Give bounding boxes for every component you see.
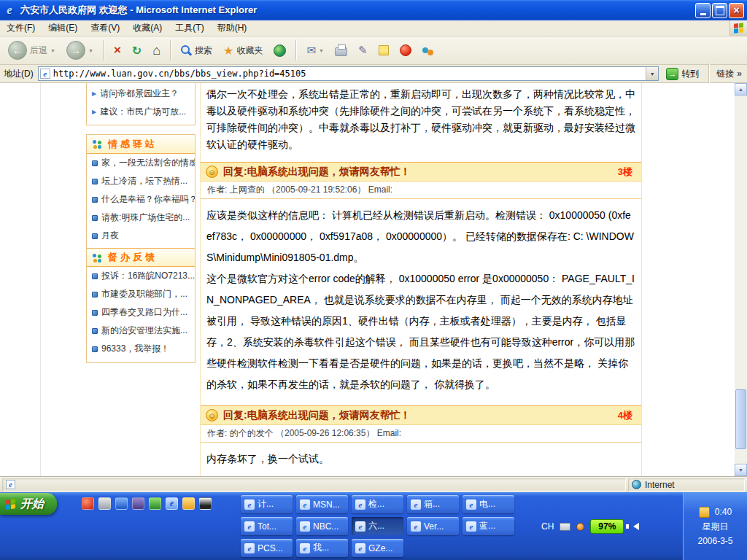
menu-help[interactable]: 帮助(H) xyxy=(211,20,254,36)
chevron-right-icon xyxy=(737,69,742,79)
section-header-emotion[interactable]: 情感驿站 xyxy=(87,135,195,154)
back-button[interactable]: 后退 ▼ xyxy=(4,39,59,61)
ime-indicator[interactable]: CH xyxy=(541,521,554,532)
scroll-up-button[interactable] xyxy=(735,83,747,96)
sidebar-link[interactable]: 请教:明珠广场住宅的... xyxy=(87,209,195,227)
quick-launch-ie-icon[interactable]: e xyxy=(166,497,178,510)
taskbar-button[interactable]: e电... xyxy=(462,495,514,513)
history-globe-icon xyxy=(274,44,286,57)
taskbar-button[interactable]: e计... xyxy=(241,495,293,513)
floor-badge: 4楼 xyxy=(618,409,636,422)
sidebar-link[interactable]: 什么是幸福？你幸福吗？ xyxy=(87,190,195,209)
sidebar-link[interactable]: 四季春交叉路口为什... xyxy=(87,303,195,322)
quick-launch-icon[interactable] xyxy=(149,497,161,510)
start-button[interactable]: 开始 xyxy=(0,493,57,515)
taskbar-button[interactable]: eVer... xyxy=(407,517,459,535)
quick-launch-icon[interactable] xyxy=(132,497,144,510)
print-button[interactable] xyxy=(331,43,351,58)
taskbar-button[interactable]: ePCS... xyxy=(241,539,293,557)
vertical-scrollbar[interactable] xyxy=(735,83,747,476)
quick-launch-icon[interactable] xyxy=(98,497,111,510)
sidebar-link[interactable]: 坛上冷清，坛下热情... xyxy=(87,172,195,190)
taskbar-button-label: 蓝... xyxy=(479,520,495,532)
sidebar-link[interactable]: 建议：市民广场可放... xyxy=(87,103,195,121)
square-bullet-icon xyxy=(92,160,98,166)
go-arrow-icon xyxy=(666,68,678,80)
reply-title: 回复:电脑系统出现问题，烦请网友帮忙！ xyxy=(223,409,411,422)
scrollbar-thumb[interactable] xyxy=(735,389,746,449)
scroll-down-button[interactable] xyxy=(735,464,747,476)
sidebar-link[interactable]: 市建委及职能部门，... xyxy=(87,285,195,303)
menu-favorites[interactable]: 收藏(A) xyxy=(126,20,169,36)
taskbar-button-active[interactable]: e六... xyxy=(352,517,403,535)
keyboard-icon[interactable] xyxy=(560,523,570,531)
window-icon: e xyxy=(411,499,421,510)
internet-zone-globe-icon xyxy=(632,480,641,489)
menu-edit[interactable]: 编辑(E) xyxy=(42,20,84,36)
quick-launch-icon[interactable] xyxy=(182,497,195,510)
taskbar-button[interactable]: eMSN... xyxy=(296,495,348,513)
toolbar-separator xyxy=(295,40,297,61)
stop-button[interactable] xyxy=(110,42,125,59)
tray-app-icon[interactable] xyxy=(576,523,584,531)
taskbar-clock[interactable]: 0:40 星期日 2006-3-5 xyxy=(683,492,747,560)
taskbar-button[interactable]: eTot... xyxy=(241,517,293,535)
forum-thread: 偶尔一次不处理会，系统出错是正常的，重新启动即可，出现次数多了，两种情况比较常见… xyxy=(200,83,642,481)
speaker-icon[interactable] xyxy=(630,523,639,530)
close-button[interactable] xyxy=(729,3,744,18)
search-button[interactable]: 搜索 xyxy=(177,43,216,58)
quick-launch-icon[interactable] xyxy=(115,497,128,510)
maximize-button[interactable] xyxy=(712,3,727,18)
square-bullet-icon xyxy=(92,292,98,298)
taskbar-button-label: 电... xyxy=(479,498,495,510)
sidebar-link[interactable]: 家，一段无法割舍的情感 xyxy=(87,154,195,172)
forward-dropdown-icon: ▼ xyxy=(88,48,93,53)
menu-view[interactable]: 查看(V) xyxy=(84,20,126,36)
address-dropdown-button[interactable] xyxy=(646,67,658,80)
quick-launch-icon[interactable] xyxy=(199,497,212,510)
sidebar-link-label: 建议：市民广场可放... xyxy=(100,106,186,118)
taskbar-button[interactable]: eNBC... xyxy=(296,517,348,535)
quick-launch-icon[interactable] xyxy=(82,497,94,510)
taskbar: 开始 e e计... eMSN... e检... e箱... e电... eTo… xyxy=(0,492,747,560)
taskbar-button[interactable]: e检... xyxy=(352,495,403,513)
sidebar-link[interactable]: 投诉：16路皖NO7213... xyxy=(87,267,195,285)
msn-button[interactable] xyxy=(419,43,438,58)
sidebar-link[interactable]: 新的治安管理法实施... xyxy=(87,322,195,340)
sidebar-link-label: 家，一段无法割舍的情感 xyxy=(101,157,195,169)
back-dropdown-icon: ▼ xyxy=(50,48,55,53)
window-icon: e xyxy=(300,521,310,532)
toolbar-separator xyxy=(170,40,171,61)
messenger-button[interactable] xyxy=(396,43,415,58)
taskbar-button[interactable]: e我... xyxy=(296,539,348,557)
sidebar-link[interactable]: 96333，我举报！ xyxy=(87,340,195,358)
links-button[interactable]: 链接 xyxy=(716,68,743,80)
section-header-feedback[interactable]: 督办反馈 xyxy=(87,248,195,267)
taskbar-button-label: MSN... xyxy=(313,499,340,510)
history-button[interactable] xyxy=(270,43,290,58)
sidebar-link[interactable]: 月夜 xyxy=(87,227,195,245)
taskbar-button[interactable]: eGZe... xyxy=(352,539,403,557)
discuss-note-icon xyxy=(379,45,389,55)
floor-badge: 3楼 xyxy=(618,166,636,179)
window-icon: e xyxy=(300,543,310,553)
taskbar-button[interactable]: e箱... xyxy=(407,495,459,513)
window-icon: e xyxy=(300,499,310,510)
minimize-button[interactable] xyxy=(695,3,711,18)
refresh-button[interactable] xyxy=(128,42,145,59)
address-input[interactable] xyxy=(50,69,646,79)
status-left-pane: e xyxy=(2,478,626,491)
home-button[interactable] xyxy=(149,42,164,60)
battery-indicator[interactable]: 97% xyxy=(590,519,624,534)
mail-button[interactable]: ▼ xyxy=(303,42,328,58)
refresh-icon xyxy=(132,44,142,58)
menu-file[interactable]: 文件(F) xyxy=(0,20,42,36)
favorites-button[interactable]: 收藏夹 xyxy=(220,42,266,59)
discuss-button[interactable] xyxy=(375,44,392,57)
sidebar-link[interactable]: 请问帝都景园业主？ xyxy=(87,85,195,103)
go-button[interactable]: 转到 xyxy=(663,67,702,81)
taskbar-button[interactable]: e蓝... xyxy=(462,517,514,535)
edit-button[interactable] xyxy=(355,42,371,58)
forward-button[interactable]: ▼ xyxy=(63,39,97,61)
menu-tools[interactable]: 工具(T) xyxy=(169,20,210,36)
